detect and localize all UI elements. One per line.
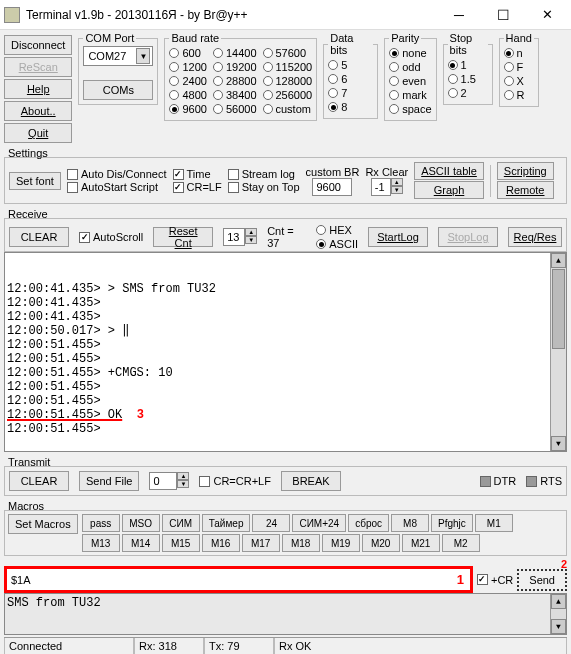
macro-button-Таймер[interactable]: Таймер: [202, 514, 251, 532]
dtr-checkbox[interactable]: [480, 476, 491, 487]
parity-radio-mark[interactable]: [389, 90, 399, 100]
sendfile-button[interactable]: Send File: [79, 471, 139, 491]
startlog-button[interactable]: StartLog: [368, 227, 428, 247]
time-checkbox[interactable]: [173, 169, 184, 180]
crlf-checkbox[interactable]: [173, 182, 184, 193]
remote-button[interactable]: Remote: [497, 181, 554, 199]
help-button[interactable]: Help: [4, 79, 72, 99]
macro-button-M16[interactable]: M16: [202, 534, 240, 552]
baud-radio-28800[interactable]: [213, 76, 223, 86]
macro-button-M21[interactable]: M21: [402, 534, 440, 552]
coms-button[interactable]: COMs: [83, 80, 153, 100]
crcrlf-checkbox[interactable]: [199, 476, 210, 487]
hand-radio-R[interactable]: [504, 90, 514, 100]
setfont-button[interactable]: Set font: [9, 172, 61, 190]
scroll-thumb[interactable]: [552, 269, 565, 349]
baud-radio-57600[interactable]: [263, 48, 273, 58]
databits-radio-6[interactable]: [328, 74, 338, 84]
baud-radio-600[interactable]: [169, 48, 179, 58]
rts-checkbox[interactable]: [526, 476, 537, 487]
scroll-up-icon[interactable]: ▲: [551, 594, 566, 609]
scroll-up-icon[interactable]: ▲: [551, 253, 566, 268]
macro-button-СИМ[interactable]: СИМ: [162, 514, 200, 532]
scrollbar[interactable]: ▲ ▼: [550, 594, 566, 634]
rxclear-spinner[interactable]: ▲▼: [391, 178, 403, 196]
break-button[interactable]: BREAK: [281, 471, 341, 491]
stream-checkbox[interactable]: [228, 169, 239, 180]
reqres-button[interactable]: Req/Res: [508, 227, 562, 247]
baud-radio-56000[interactable]: [213, 104, 223, 114]
ascii-radio[interactable]: [316, 239, 326, 249]
autostart-checkbox[interactable]: [67, 182, 78, 193]
chevron-down-icon[interactable]: ▼: [136, 48, 150, 64]
graph-button[interactable]: Graph: [414, 181, 484, 199]
hand-radio-n[interactable]: [504, 48, 514, 58]
macro-button-M18[interactable]: M18: [282, 534, 320, 552]
close-button[interactable]: ✕: [525, 1, 569, 29]
macro-button-M2[interactable]: M2: [442, 534, 480, 552]
custombr-input[interactable]: 9600: [312, 178, 352, 196]
transmit-log[interactable]: SMS from TU32 ▲ ▼: [4, 593, 567, 635]
stopbits-radio-2[interactable]: [448, 88, 458, 98]
macro-button-24[interactable]: 24: [252, 514, 290, 532]
setmacros-button[interactable]: Set Macros: [8, 514, 78, 534]
macro-button-M14[interactable]: M14: [122, 534, 160, 552]
macro-button-pass[interactable]: pass: [82, 514, 120, 532]
macro-button-сброс[interactable]: сброс: [348, 514, 389, 532]
macro-button-M8[interactable]: M8: [391, 514, 429, 532]
databits-radio-5[interactable]: [328, 60, 338, 70]
autoscroll-checkbox[interactable]: [79, 232, 90, 243]
resetcnt-button[interactable]: Reset Cnt: [153, 227, 213, 247]
baud-radio-19200[interactable]: [213, 62, 223, 72]
databits-radio-8[interactable]: [328, 102, 338, 112]
about-button[interactable]: About..: [4, 101, 72, 121]
cr-checkbox[interactable]: [477, 574, 488, 585]
parity-radio-even[interactable]: [389, 76, 399, 86]
macro-button-СИМ+24[interactable]: СИМ+24: [292, 514, 346, 532]
scroll-down-icon[interactable]: ▼: [551, 436, 566, 451]
baud-radio-2400[interactable]: [169, 76, 179, 86]
stayontop-checkbox[interactable]: [228, 182, 239, 193]
hex-radio[interactable]: [316, 225, 326, 235]
cnt-input[interactable]: 13: [223, 228, 245, 246]
rescan-button[interactable]: ReScan: [4, 57, 72, 77]
receive-clear-button[interactable]: CLEAR: [9, 227, 69, 247]
hand-radio-F[interactable]: [504, 62, 514, 72]
baud-radio-256000[interactable]: [263, 90, 273, 100]
baud-radio-115200[interactable]: [263, 62, 273, 72]
transmit-spinner[interactable]: ▲▼: [177, 472, 189, 490]
parity-radio-odd[interactable]: [389, 62, 399, 72]
disconnect-button[interactable]: Disconnect: [4, 35, 72, 55]
stoplog-button[interactable]: StopLog: [438, 227, 498, 247]
macro-button-M17[interactable]: M17: [242, 534, 280, 552]
databits-radio-7[interactable]: [328, 88, 338, 98]
macro-button-M19[interactable]: M19: [322, 534, 360, 552]
macro-button-M1[interactable]: M1: [475, 514, 513, 532]
scripting-button[interactable]: Scripting: [497, 162, 554, 180]
parity-radio-none[interactable]: [389, 48, 399, 58]
macro-button-M13[interactable]: M13: [82, 534, 120, 552]
rxclear-input[interactable]: -1: [371, 178, 391, 196]
transmit-clear-button[interactable]: CLEAR: [9, 471, 69, 491]
transmit-spin-input[interactable]: 0: [149, 472, 177, 490]
hand-radio-X[interactable]: [504, 76, 514, 86]
scroll-down-icon[interactable]: ▼: [551, 619, 566, 634]
macro-button-MSO[interactable]: MSO: [122, 514, 160, 532]
baud-radio-custom[interactable]: [263, 104, 273, 114]
send-button[interactable]: Send: [517, 569, 567, 591]
baud-radio-38400[interactable]: [213, 90, 223, 100]
baud-radio-14400[interactable]: [213, 48, 223, 58]
comport-combo[interactable]: COM27 ▼: [83, 46, 153, 66]
cnt-spinner[interactable]: ▲▼: [245, 228, 257, 246]
baud-radio-9600[interactable]: [169, 104, 179, 114]
parity-radio-space[interactable]: [389, 104, 399, 114]
stopbits-radio-1[interactable]: [448, 60, 458, 70]
minimize-button[interactable]: ─: [437, 1, 481, 29]
maximize-button[interactable]: ☐: [481, 1, 525, 29]
macro-button-M15[interactable]: M15: [162, 534, 200, 552]
asciitable-button[interactable]: ASCII table: [414, 162, 484, 180]
stopbits-radio-1.5[interactable]: [448, 74, 458, 84]
send-input[interactable]: $1A 1: [4, 566, 473, 593]
scrollbar[interactable]: ▲ ▼: [550, 253, 566, 451]
baud-radio-4800[interactable]: [169, 90, 179, 100]
